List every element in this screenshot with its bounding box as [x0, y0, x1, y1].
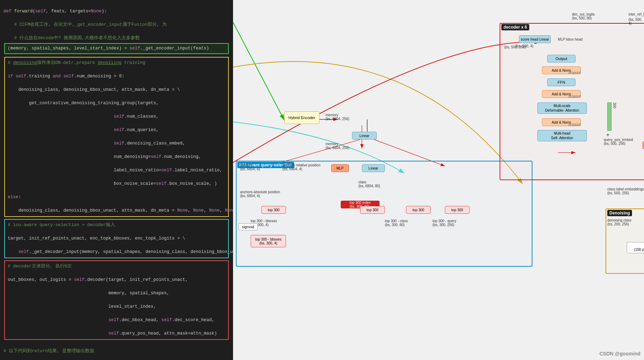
dim-label-top-right: (bs, 500, 4) [628, 18, 644, 25]
denoising-region-label: Denoising [607, 210, 632, 216]
plus-1: + [606, 132, 609, 138]
anchors-rel-label: anchors relative position(bs, 6804, 4) [282, 163, 321, 171]
linear-iou-box2: Linear [362, 164, 385, 172]
iou-region [236, 161, 532, 267]
mh-self-attn-box: Multi-headSelf- Attention [537, 130, 587, 141]
mlp-decoder-box: MLP [643, 141, 644, 149]
yellow-block-code: # denoising操作来自DN-detr,prepare denoising… [8, 60, 225, 214]
watermark: CSDN @goomind [600, 351, 640, 356]
sigmoid-box: sigmoid [238, 223, 258, 230]
cyan-block: # iou-aware query-selection + decoder输入 … [4, 219, 229, 258]
score-head-box: score head Linear [519, 35, 551, 43]
ffn-box: FFN [547, 78, 576, 86]
anchors-label: anchors(bs, 6804, 4) [240, 163, 260, 171]
green-box: (memory, spatial_shapes, level_start_ind… [4, 43, 229, 54]
class-label-embed-label: class label embeddings(bs, 500, 256) [607, 187, 644, 195]
ms-deform-attn-box: Multi-scaleDeformable- Attention [537, 102, 587, 114]
yellow-block: # denoising操作来自DN-detr,prepare denoising… [4, 57, 229, 217]
top300-query-label: top 300 - query(bs, 300, 256) [433, 219, 456, 227]
red-block: # decoder主体部分, 执行6次 out_bboxes, out_logi… [4, 260, 229, 340]
linear-iou-box: Linear [352, 132, 377, 140]
dec-out-label: dec_out_logits(bs, 500, 80) [572, 12, 595, 20]
hybrid-encoder-box: Hybrid Encoder [284, 111, 320, 124]
output-box: Output [547, 55, 576, 63]
add-noise-box: add noise(100 positive + 200 negative) [627, 242, 644, 253]
bottom-code: # 以下代码到return结果, 是整理输出数据 if self.trainin… [0, 340, 233, 360]
inter-ref-label: inter_ref_bbox [628, 12, 644, 16]
dropout-2-label: dropout [568, 94, 580, 98]
bbox-head-box: MLP bbox head [558, 35, 583, 43]
top300-bboxes-box: top 300 - bboxes(bs, 300, 4) [251, 235, 286, 247]
anchors-abs-label: anchors absolute position(bs, 6804, 4) [240, 190, 280, 198]
top300-class-label: top 300 - class(bs, 300, 80) [385, 219, 408, 227]
dropout-3-label: dropout [568, 123, 580, 126]
memory-label-1: memory(bs, 6804, 256) [326, 113, 349, 121]
cyan-block-code: # iou-aware query-selection + decoder输入 … [8, 222, 225, 255]
top300-class-r-box: top 300 [406, 206, 431, 214]
top300-query-box: top 300 [445, 206, 470, 214]
dropout-1-label: dropout [568, 71, 580, 75]
diagram-panel: decoder x 6 score head Linear MLP bbox h… [233, 0, 644, 360]
dim-500-256: (bs, 500, 256) [504, 45, 526, 49]
mlp-iou-box: MLP [331, 164, 349, 172]
dn-class-label: denoising class(bs, 200, 256) [607, 218, 631, 226]
green-box-code: (memory, spatial_shapes, level_start_ind… [8, 45, 225, 52]
decoder-region-label: decoder x 6 [501, 24, 529, 30]
green-bar-1 [607, 102, 612, 131]
query-pos-embed-label: query_pos_embed(bs, 500, 256) [604, 138, 633, 146]
svg-line-5 [233, 22, 284, 120]
code-panel: def forward(self, feats, targets=None): … [0, 0, 233, 360]
code-content: def forward(self, feats, targets=None): … [0, 0, 233, 43]
top300-left-box: top 300 [261, 206, 286, 214]
memory-label-2: memory(bs, 6804, 256) [326, 142, 349, 150]
300-label-1: 300 [613, 102, 616, 108]
top300-mid-box: top 300 [360, 206, 385, 214]
class-label: class(bs, 6804, 80) [358, 180, 380, 188]
red-block-code: # decoder主体部分, 执行6次 out_bboxes, out_logi… [8, 263, 225, 337]
